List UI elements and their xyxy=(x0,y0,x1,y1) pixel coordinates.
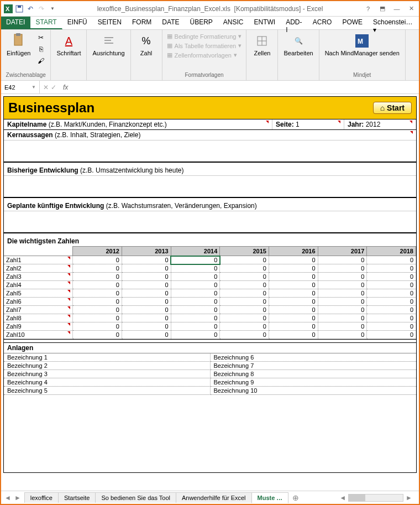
sheet-tab[interactable]: Startseite xyxy=(58,492,96,503)
anlagen-cell[interactable]: Bezeichnung 7 xyxy=(211,362,417,370)
data-cell[interactable]: 0 xyxy=(367,289,416,298)
data-cell[interactable]: 0 xyxy=(269,289,318,298)
data-cell[interactable]: 0 xyxy=(73,331,122,339)
data-cell[interactable]: 0 xyxy=(318,314,367,322)
data-cell[interactable]: 0 xyxy=(318,289,367,298)
data-cell[interactable]: 0 xyxy=(367,264,416,273)
data-cell[interactable]: 0 xyxy=(220,331,269,339)
data-cell[interactable]: 0 xyxy=(318,264,367,273)
tab-ueberpruefen[interactable]: ÜBERP xyxy=(185,17,218,29)
anlagen-cell[interactable]: Bezeichnung 3 xyxy=(4,370,211,378)
data-cell[interactable]: 0 xyxy=(171,264,220,273)
data-cell[interactable]: 0 xyxy=(269,273,318,281)
help-icon[interactable]: ? xyxy=(363,3,374,14)
data-cell[interactable]: 0 xyxy=(367,298,416,306)
copy-button[interactable]: ⎘ xyxy=(35,44,47,55)
add-sheet-button[interactable]: ⊕ xyxy=(288,493,303,502)
row-label[interactable]: Zahl2 xyxy=(4,264,73,273)
data-cell[interactable]: 0 xyxy=(220,289,269,298)
row-label[interactable]: Zahl9 xyxy=(4,322,73,331)
horizontal-scrollbar[interactable]: ◄ ► xyxy=(303,494,419,502)
font-button[interactable]: A Schriftart xyxy=(54,32,83,58)
data-cell[interactable]: 0 xyxy=(122,322,171,331)
sheet-tab[interactable]: Muste … xyxy=(251,492,289,503)
row-label[interactable]: Zahl1 xyxy=(4,256,73,264)
data-cell[interactable]: 0 xyxy=(318,306,367,314)
data-cell[interactable]: 0 xyxy=(122,264,171,273)
bisherige-body[interactable] xyxy=(4,176,416,197)
data-cell[interactable]: 0 xyxy=(318,331,367,339)
row-label[interactable]: Zahl10 xyxy=(4,331,73,339)
row-label[interactable]: Zahl7 xyxy=(4,306,73,314)
data-cell[interactable]: 0 xyxy=(367,273,416,281)
data-cell[interactable]: 0 xyxy=(122,281,171,289)
data-cell[interactable]: 0 xyxy=(171,273,220,281)
close-icon[interactable]: ✕ xyxy=(406,3,417,14)
data-cell[interactable]: 0 xyxy=(269,256,318,264)
data-cell[interactable]: 0 xyxy=(73,289,122,298)
qat-dropdown-icon[interactable]: ▼ xyxy=(48,4,57,14)
data-cell[interactable]: 0 xyxy=(220,256,269,264)
tab-daten[interactable]: DATE xyxy=(157,17,185,29)
data-cell[interactable]: 0 xyxy=(73,306,122,314)
seite-cell[interactable]: Seite: 1 xyxy=(272,119,344,129)
data-cell[interactable]: 0 xyxy=(171,322,220,331)
sheet-tab[interactable]: lexoffice xyxy=(24,492,59,503)
data-cell[interactable]: 0 xyxy=(122,273,171,281)
tab-addins[interactable]: ADD-I xyxy=(281,17,308,29)
sheet-tab[interactable]: So bedienen Sie das Tool xyxy=(95,492,176,503)
data-cell[interactable]: 0 xyxy=(73,264,122,273)
data-cell[interactable]: 0 xyxy=(122,314,171,322)
anlagen-cell[interactable]: Bezeichnung 4 xyxy=(4,378,211,387)
row-label[interactable]: Zahl5 xyxy=(4,289,73,298)
mindmanager-button[interactable]: M Nach MindManager senden xyxy=(323,32,402,58)
row-label[interactable]: Zahl8 xyxy=(4,314,73,322)
data-cell[interactable]: 0 xyxy=(269,264,318,273)
undo-icon[interactable]: ↶ xyxy=(25,4,35,14)
tab-powerpivot[interactable]: POWE xyxy=(337,17,368,29)
data-cell[interactable]: 0 xyxy=(73,273,122,281)
data-cell[interactable]: 0 xyxy=(73,314,122,322)
data-cell[interactable]: 0 xyxy=(220,322,269,331)
tab-seitenlayout[interactable]: SEITEN xyxy=(93,17,127,29)
geplante-body[interactable] xyxy=(4,211,416,232)
data-cell[interactable]: 0 xyxy=(220,298,269,306)
anlagen-cell[interactable]: Bezeichnung 2 xyxy=(4,362,211,370)
tab-start[interactable]: START xyxy=(30,17,62,29)
data-cell[interactable]: 0 xyxy=(171,306,220,314)
worksheet-area[interactable]: Businessplan ⌂Start Kapitelname (z.B. Ma… xyxy=(1,94,419,490)
data-cell[interactable]: 0 xyxy=(122,289,171,298)
redo-icon[interactable]: ↷ xyxy=(36,4,46,14)
anlagen-cell[interactable]: Bezeichnung 8 xyxy=(211,370,417,378)
tab-datei[interactable]: DATEI xyxy=(1,17,30,29)
cells-button[interactable]: Zellen xyxy=(250,32,274,58)
data-cell[interactable]: 0 xyxy=(367,322,416,331)
scroll-thumb[interactable] xyxy=(349,494,365,501)
scroll-left-icon[interactable]: ◄ xyxy=(337,494,348,502)
tab-nav-prev-icon[interactable]: ◄ xyxy=(4,494,11,502)
data-cell[interactable]: 0 xyxy=(367,256,416,264)
data-cell[interactable]: 0 xyxy=(367,281,416,289)
user-menu[interactable]: Schoenstei… ▾ xyxy=(368,17,419,29)
tab-ansicht[interactable]: ANSIC xyxy=(218,17,249,29)
data-cell[interactable]: 0 xyxy=(269,298,318,306)
kernaussagen-body[interactable] xyxy=(4,140,416,162)
tab-acrobat[interactable]: ACRO xyxy=(308,17,338,29)
sheet-tab[interactable]: Anwenderhilfe für Excel xyxy=(176,492,252,503)
name-box[interactable]: E42 ▼ xyxy=(1,81,40,93)
data-cell[interactable]: 0 xyxy=(171,314,220,322)
data-cell[interactable]: 0 xyxy=(318,298,367,306)
data-cell[interactable]: 0 xyxy=(269,331,318,339)
anlagen-cell[interactable]: Bezeichnung 1 xyxy=(4,353,211,362)
tab-einfuegen[interactable]: EINFÜ xyxy=(62,17,93,29)
data-cell[interactable]: 0 xyxy=(269,322,318,331)
data-cell[interactable]: 0 xyxy=(318,281,367,289)
row-label[interactable]: Zahl3 xyxy=(4,273,73,281)
data-cell[interactable]: 0 xyxy=(73,281,122,289)
data-cell[interactable]: 0 xyxy=(269,306,318,314)
data-cell[interactable]: 0 xyxy=(122,298,171,306)
jahr-cell[interactable]: Jahr: 2012 xyxy=(344,119,416,129)
data-cell[interactable]: 0 xyxy=(220,264,269,273)
kapitel-cell[interactable]: Kapitelname (z.B. Markt/Kunden, Finanzko… xyxy=(4,119,272,129)
data-cell[interactable]: 0 xyxy=(367,306,416,314)
